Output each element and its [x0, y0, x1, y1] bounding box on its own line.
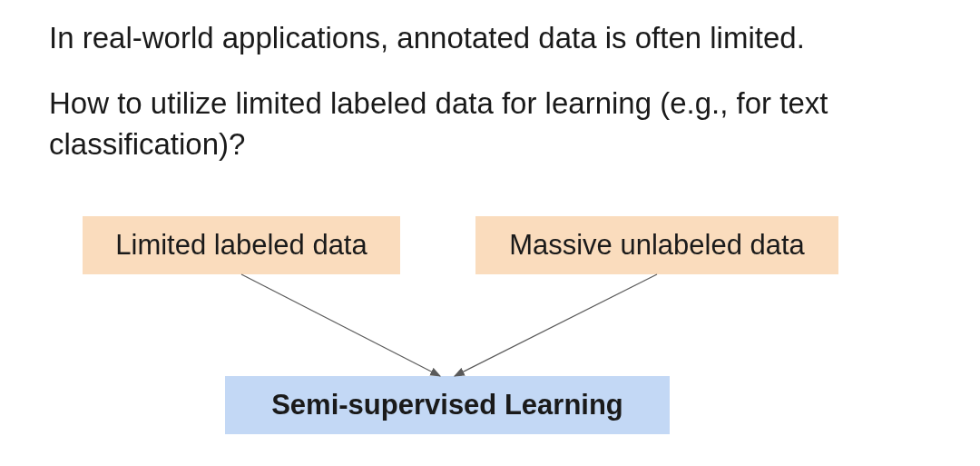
slide: In real-world applications, annotated da… — [0, 0, 980, 466]
box-unlabeled-label: Massive unlabeled data — [509, 229, 805, 262]
arrow-right-icon — [455, 274, 657, 376]
box-result-label: Semi-supervised Learning — [271, 389, 623, 421]
box-massive-unlabeled-data: Massive unlabeled data — [475, 216, 838, 274]
box-labeled-label: Limited labeled data — [115, 229, 367, 262]
box-semi-supervised-learning: Semi-supervised Learning — [225, 376, 670, 434]
arrow-left-icon — [241, 274, 440, 376]
intro-line-1: In real-world applications, annotated da… — [49, 18, 944, 59]
box-limited-labeled-data: Limited labeled data — [83, 216, 400, 274]
intro-line-2: How to utilize limited labeled data for … — [49, 84, 944, 164]
